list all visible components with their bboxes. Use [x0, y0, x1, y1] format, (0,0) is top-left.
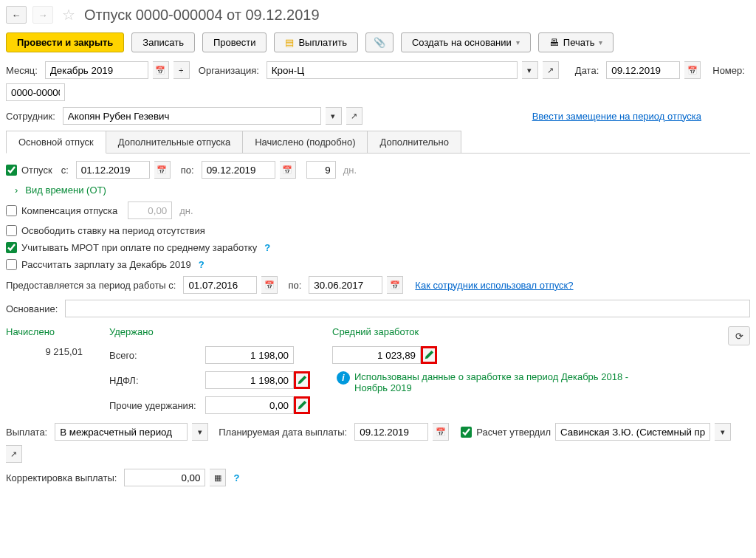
substitution-link[interactable]: Ввести замещение на период отпуска — [532, 111, 701, 122]
employee-input[interactable] — [63, 107, 321, 125]
time-type-link[interactable]: Вид времени (ОТ) — [25, 185, 106, 196]
approved-input[interactable] — [555, 423, 710, 441]
date-input[interactable] — [606, 61, 680, 79]
info-text: Использованы данные о заработке за перио… — [354, 371, 635, 393]
payment-label: Выплата: — [6, 427, 47, 438]
month-input[interactable] — [45, 61, 148, 79]
planned-date-label: Планируемая дата выплаты: — [219, 427, 347, 438]
to-calendar-icon[interactable]: 📅 — [280, 161, 296, 179]
ndfl-value[interactable] — [205, 371, 294, 389]
payment-input[interactable] — [55, 423, 188, 441]
create-based-button[interactable]: Создать на основании — [401, 32, 531, 52]
withheld-header: Удержано — [109, 326, 310, 337]
total-value[interactable] — [205, 346, 294, 364]
mrot-label: Учитывать МРОТ при оплате по среднему за… — [21, 242, 257, 253]
avg-value[interactable] — [332, 346, 421, 364]
chevron-right-icon[interactable]: › — [15, 185, 18, 196]
correction-help-icon[interactable]: ? — [233, 472, 239, 483]
period-from-calendar-icon[interactable]: 📅 — [261, 276, 278, 294]
tab-main-vacation[interactable]: Основной отпуск — [6, 131, 106, 154]
vacation-to-input[interactable] — [202, 161, 275, 179]
basis-input[interactable] — [65, 300, 750, 317]
correction-calc-icon[interactable]: ▦ — [210, 469, 226, 486]
avg-edit-icon[interactable] — [421, 346, 437, 364]
mrot-help-icon[interactable]: ? — [264, 242, 270, 253]
vacation-checkbox[interactable] — [6, 165, 17, 176]
printer-icon: 🖶 — [549, 37, 559, 48]
org-open-icon[interactable]: ↗ — [543, 61, 559, 79]
date-label: Дата: — [575, 65, 599, 76]
period-to-input[interactable] — [309, 276, 382, 294]
org-label: Организация: — [199, 65, 259, 76]
release-rate-label: Освободить ставку на период отсутствия — [21, 225, 205, 236]
compensation-input[interactable] — [128, 202, 172, 219]
number-label: Номер: — [712, 65, 745, 76]
period-to-calendar-icon[interactable]: 📅 — [387, 276, 403, 294]
other-value[interactable] — [205, 396, 294, 414]
days-input[interactable] — [306, 161, 336, 179]
employee-dropdown-icon[interactable]: ▾ — [326, 107, 342, 125]
mrot-checkbox[interactable] — [6, 242, 17, 253]
approved-open-icon[interactable]: ↗ — [6, 445, 22, 463]
avg-header: Средний заработок — [332, 326, 635, 337]
attach-button[interactable]: 📎 — [365, 32, 394, 52]
recalc-help-icon[interactable]: ? — [199, 259, 205, 270]
date-calendar-icon[interactable]: 📅 — [684, 61, 701, 79]
ndfl-edit-icon[interactable] — [294, 371, 310, 389]
org-dropdown-icon[interactable]: ▾ — [522, 61, 538, 79]
month-calendar-icon[interactable]: 📅 — [153, 61, 169, 79]
recalc-checkbox[interactable] — [6, 259, 17, 270]
days-unit: дн. — [343, 165, 357, 176]
from-calendar-icon[interactable]: 📅 — [154, 161, 171, 179]
correction-label: Корректировка выплаты: — [6, 472, 117, 483]
vacation-from-input[interactable] — [76, 161, 150, 179]
planned-calendar-icon[interactable]: 📅 — [433, 423, 449, 441]
page-title: Отпуск 0000-000004 от 09.12.2019 — [84, 7, 320, 24]
post-and-close-button[interactable]: Провести и закрыть — [6, 32, 124, 52]
release-rate-checkbox[interactable] — [6, 225, 17, 236]
save-button[interactable]: Записать — [131, 32, 195, 52]
ndfl-label: НДФЛ: — [109, 375, 198, 386]
refresh-button[interactable]: ⟳ — [728, 326, 750, 345]
period-to-label: по: — [288, 280, 301, 291]
employee-label: Сотрудник: — [6, 111, 55, 122]
approved-dropdown-icon[interactable]: ▾ — [715, 423, 731, 441]
recalc-label: Рассчитать зарплату за Декабрь 2019 — [21, 259, 191, 270]
month-stepper-icon[interactable]: ÷ — [173, 61, 190, 79]
approved-label: Расчет утвердил — [476, 427, 551, 438]
tab-additional-vacation[interactable]: Дополнительные отпуска — [106, 131, 244, 153]
star-icon[interactable]: ☆ — [62, 6, 75, 24]
period-label: Предоставляется за период работы с: — [6, 280, 176, 291]
tab-extra[interactable]: Дополнительно — [367, 131, 461, 153]
print-button[interactable]: 🖶Печать — [538, 32, 614, 52]
forward-button[interactable]: → — [32, 6, 53, 24]
pay-button[interactable]: ▤Выплатить — [274, 32, 358, 52]
org-input[interactable] — [267, 61, 518, 79]
post-button[interactable]: Провести — [202, 32, 267, 52]
tab-accrued-detail[interactable]: Начислено (подробно) — [242, 131, 368, 153]
from-label: с: — [61, 165, 69, 176]
period-from-input[interactable] — [183, 276, 257, 294]
compensation-label: Компенсация отпуска — [21, 205, 117, 216]
compensation-unit: дн. — [179, 205, 193, 216]
info-icon: i — [337, 371, 350, 385]
other-label: Прочие удержания: — [109, 400, 198, 411]
approved-checkbox[interactable] — [461, 427, 472, 438]
usage-link[interactable]: Как сотрудник использовал отпуск? — [415, 280, 573, 291]
other-edit-icon[interactable] — [294, 396, 310, 414]
planned-date-input[interactable] — [354, 423, 428, 441]
back-button[interactable]: ← — [6, 6, 27, 24]
basis-label: Основание: — [6, 303, 58, 314]
tab-bar: Основной отпуск Дополнительные отпуска Н… — [6, 131, 750, 154]
compensation-checkbox[interactable] — [6, 205, 17, 216]
payment-dropdown-icon[interactable]: ▾ — [192, 423, 208, 441]
accrued-header: Начислено — [6, 326, 87, 337]
accrued-value: 9 215,01 — [6, 346, 87, 357]
total-label: Всего: — [109, 350, 198, 361]
correction-input[interactable] — [124, 469, 205, 486]
month-label: Месяц: — [6, 65, 38, 76]
employee-open-icon[interactable]: ↗ — [346, 107, 362, 125]
to-label: по: — [181, 165, 194, 176]
number-input[interactable] — [6, 83, 65, 101]
vacation-checkbox-label: Отпуск — [21, 165, 52, 176]
